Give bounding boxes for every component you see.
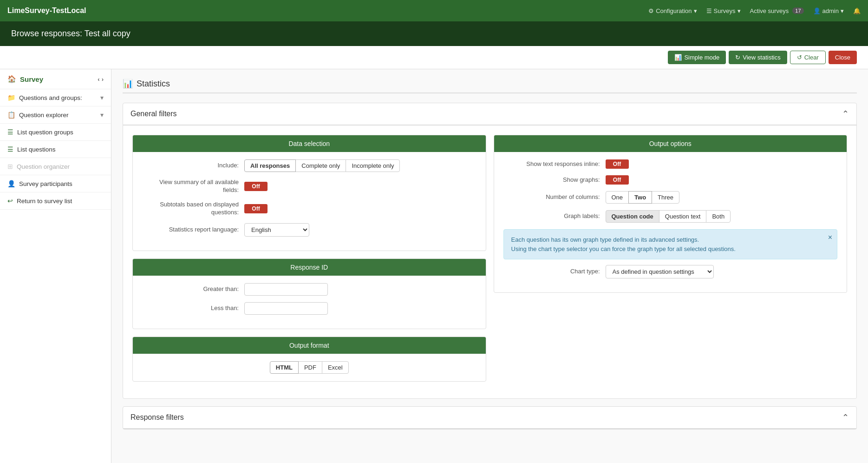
general-filters-title: General filters xyxy=(131,110,177,118)
subtotals-toggle[interactable]: Off xyxy=(244,204,268,213)
include-row: Include: All responses Complete only Inc… xyxy=(142,159,476,172)
two-columns-button[interactable]: Two xyxy=(628,191,652,204)
statistics-title: Statistics xyxy=(137,79,170,89)
folder-icon: 📁 xyxy=(7,94,15,101)
main-layout: 🏠 Survey ‹ › 📁 Questions and groups: ▾ 📋… xyxy=(0,69,868,463)
sidebar-item-return-to-survey-list[interactable]: ↩ Return to survey list xyxy=(0,192,111,210)
less-than-row: Less than: xyxy=(142,302,476,315)
show-graphs-value: Off xyxy=(606,175,629,185)
alert-close-button[interactable]: × xyxy=(828,233,832,242)
excel-button[interactable]: Excel xyxy=(322,361,349,374)
graph-labels-label: Graph labels: xyxy=(503,212,606,220)
subtotals-value: Off xyxy=(244,204,268,213)
num-columns-label: Number of columns: xyxy=(503,193,606,201)
configuration-menu[interactable]: ⚙ Configuration ▾ xyxy=(648,7,697,14)
chart-type-select[interactable]: As defined in question settings Bar Pie … xyxy=(606,265,714,278)
collapse-arrow-icon: ⌃ xyxy=(842,109,849,119)
language-label: Statistics report language: xyxy=(142,226,244,234)
view-summary-toggle[interactable]: Off xyxy=(244,182,268,191)
one-column-button[interactable]: One xyxy=(606,191,629,204)
show-graphs-toggle[interactable]: Off xyxy=(606,175,629,185)
three-columns-button[interactable]: Three xyxy=(652,191,679,204)
active-surveys-link[interactable]: Active surveys 17 xyxy=(750,7,804,14)
show-text-inline-toggle[interactable]: Off xyxy=(606,159,629,169)
refresh-icon: ↺ xyxy=(797,54,802,61)
next-arrow[interactable]: › xyxy=(102,76,104,83)
brand-link[interactable]: LimeSurvey-TestLocal xyxy=(7,7,86,15)
notifications-bell[interactable]: 🔔 xyxy=(853,7,861,14)
greater-than-row: Greater than: xyxy=(142,283,476,296)
num-columns-row: Number of columns: One Two Three xyxy=(503,191,838,204)
general-filters-header[interactable]: General filters ⌃ xyxy=(123,103,856,126)
admin-menu[interactable]: 👤 admin ▾ xyxy=(813,7,844,14)
list-icon: 📋 xyxy=(7,111,15,119)
view-summary-value: Off xyxy=(244,182,268,191)
view-summary-label: View summary of all available fields: xyxy=(142,179,244,194)
output-format-btn-group: HTML PDF Excel xyxy=(270,361,349,374)
language-select[interactable]: English French German Spanish xyxy=(244,223,309,237)
question-text-button[interactable]: Question text xyxy=(659,210,707,223)
active-surveys-badge: 17 xyxy=(792,7,803,14)
content-area: 📊 Statistics General filters ⌃ Data sele… xyxy=(111,69,868,463)
list-questions-icon: ☰ xyxy=(7,146,13,153)
page-title: Browse responses: Test all copy xyxy=(11,29,131,38)
response-filters-section: Response filters ⌃ xyxy=(123,406,857,430)
sidebar-item-list-questions[interactable]: ☰ List questions xyxy=(0,141,111,158)
show-text-inline-value: Off xyxy=(606,159,629,169)
less-than-label: Less than: xyxy=(142,304,244,312)
chart-type-row: Chart type: As defined in question setti… xyxy=(503,265,838,278)
general-filters-section: General filters ⌃ Data selection Inc xyxy=(123,103,857,399)
sidebar-item-question-explorer[interactable]: 📋 Question explorer ▾ xyxy=(0,106,111,124)
incomplete-only-button[interactable]: Incomplete only xyxy=(346,159,400,172)
chevron-down-icon-qe: ▾ xyxy=(100,111,104,119)
num-columns-btn-group: One Two Three xyxy=(606,191,680,204)
sidebar-survey-header: 🏠 Survey ‹ › xyxy=(0,69,111,89)
left-column: Data selection Include: All responses Co… xyxy=(132,135,486,389)
sidebar-item-questions-groups[interactable]: 📁 Questions and groups: ▾ xyxy=(0,89,111,106)
question-code-button[interactable]: Question code xyxy=(606,210,659,223)
include-btn-group: All responses Complete only Incomplete o… xyxy=(244,159,400,172)
bell-icon: 🔔 xyxy=(853,7,861,14)
response-filters-header[interactable]: Response filters ⌃ xyxy=(123,407,856,429)
collapse-arrow-response-icon: ⌃ xyxy=(842,412,849,423)
complete-only-button[interactable]: Complete only xyxy=(295,159,346,172)
surveys-icon: ☰ xyxy=(706,7,712,14)
output-format-panel: Output format HTML PDF Excel xyxy=(132,337,486,382)
less-than-input[interactable] xyxy=(244,302,328,315)
panels-grid: Data selection Include: All responses Co… xyxy=(132,135,847,389)
alert-text-line2: Using the chart type selector you can fo… xyxy=(511,245,736,252)
clear-button[interactable]: ↺ Clear xyxy=(790,51,826,64)
surveys-menu[interactable]: ☰ Surveys ▾ xyxy=(706,7,741,14)
response-id-body: Greater than: Less than: xyxy=(133,276,486,329)
return-icon: ↩ xyxy=(7,197,13,205)
chart-type-alert: × Each question has its own graph type d… xyxy=(503,229,838,259)
show-graphs-row: Show graphs: Off xyxy=(503,175,838,185)
alert-text-line1: Each question has its own graph type def… xyxy=(511,236,699,243)
view-statistics-button[interactable]: ↻ View statistics xyxy=(729,51,787,64)
output-options-header: Output options xyxy=(494,135,847,152)
greater-than-input[interactable] xyxy=(244,283,328,296)
chevron-down-icon: ▾ xyxy=(694,7,697,14)
data-selection-header: Data selection xyxy=(133,135,486,152)
view-summary-row: View summary of all available fields: Of… xyxy=(142,179,476,194)
simple-mode-button[interactable]: 📊 Simple mode xyxy=(668,51,726,64)
both-button[interactable]: Both xyxy=(706,210,731,223)
show-text-inline-label: Show text responses inline: xyxy=(503,160,606,168)
show-graphs-label: Show graphs: xyxy=(503,176,606,184)
sidebar-item-list-question-groups[interactable]: ☰ List question groups xyxy=(0,124,111,141)
list-groups-icon: ☰ xyxy=(7,128,13,136)
sidebar-survey-label: Survey xyxy=(20,75,43,83)
all-responses-button[interactable]: All responses xyxy=(244,159,296,172)
include-label: Include: xyxy=(142,162,244,170)
pdf-button[interactable]: PDF xyxy=(298,361,322,374)
sidebar-item-survey-participants[interactable]: 👤 Survey participants xyxy=(0,175,111,192)
statistics-icon: ↻ xyxy=(735,54,740,61)
greater-than-label: Greater than: xyxy=(142,285,244,293)
home-icon: 🏠 xyxy=(7,75,16,83)
graph-labels-btn-group: Question code Question text Both xyxy=(606,210,731,223)
statistics-section-header: 📊 Statistics xyxy=(123,79,857,93)
prev-arrow[interactable]: ‹ xyxy=(98,76,99,83)
html-button[interactable]: HTML xyxy=(270,361,299,374)
sidebar-item-question-organizer: ⊞ Question organizer xyxy=(0,158,111,175)
close-button[interactable]: Close xyxy=(829,51,857,64)
